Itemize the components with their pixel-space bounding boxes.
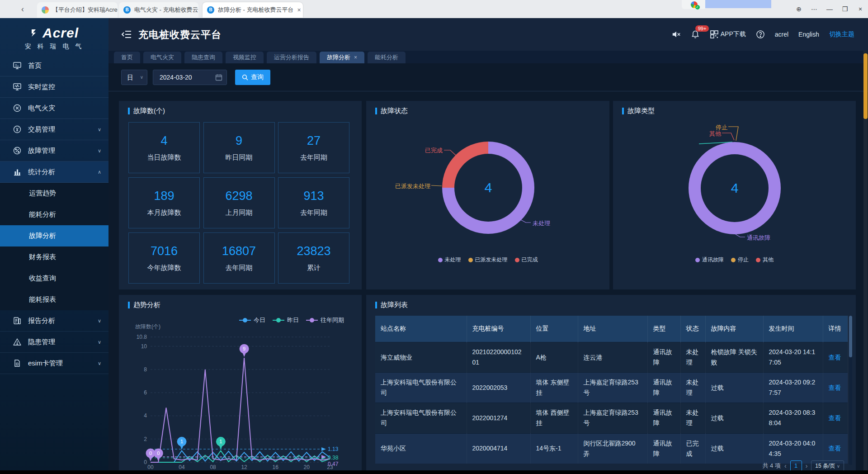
sidebar-item-5[interactable]: 统计分析∧ bbox=[0, 161, 108, 183]
mute-icon[interactable] bbox=[672, 30, 681, 39]
sidebar-collapse-icon[interactable] bbox=[121, 30, 132, 39]
page-tab-2[interactable]: 隐患查询 bbox=[184, 52, 222, 63]
help-icon[interactable] bbox=[756, 30, 765, 39]
legend-item[interactable]: 其他 bbox=[756, 256, 774, 264]
filter-bar: 日∨ 2024-03-20 查询 bbox=[108, 63, 868, 91]
page-title: 充电桩收费云平台 bbox=[138, 28, 222, 42]
logo-text: Acrel bbox=[0, 25, 108, 42]
minimize-icon[interactable]: — bbox=[822, 0, 837, 18]
sidebar-subitem-4[interactable]: 收益查询 bbox=[0, 268, 108, 289]
period-select[interactable]: 日∨ bbox=[121, 70, 147, 85]
svg-text:6: 6 bbox=[144, 389, 147, 396]
browser-tab-title: 故障分析 - 充电桩收费云平台 bbox=[218, 6, 294, 14]
legend-item[interactable]: 通讯故障 bbox=[695, 256, 724, 264]
table-cell: 查看 bbox=[823, 342, 848, 373]
page-scrollbar-thumb[interactable] bbox=[863, 53, 868, 119]
svg-text:9: 9 bbox=[243, 346, 245, 351]
table-cell: 上海嘉定育绿路253号 bbox=[578, 403, 647, 433]
browser-tab-title: 【平台介绍】安科瑞AcrelCloud-9 bbox=[52, 6, 118, 14]
language-toggle[interactable]: English bbox=[798, 31, 819, 38]
page-size-select[interactable]: 15 条/页 ∨ bbox=[811, 460, 844, 471]
page-tab-6[interactable]: 能耗分析 bbox=[368, 52, 406, 63]
app-download-button[interactable]: APP下载 bbox=[710, 30, 746, 39]
more-icon[interactable]: ⋯ bbox=[807, 0, 822, 18]
legend-item[interactable]: 停止 bbox=[731, 256, 749, 264]
table-cell: 2024-03-20 09:27:57 bbox=[763, 373, 823, 403]
site-favicon-icon: B bbox=[207, 6, 214, 14]
pagination-next[interactable]: › bbox=[806, 462, 808, 469]
page-tab-5[interactable]: 故障分析× bbox=[320, 52, 364, 63]
sidebar-item-0[interactable]: 首页 bbox=[0, 55, 108, 76]
chevron-up-icon: ∧ bbox=[98, 169, 101, 175]
page-tab-0[interactable]: 首页 bbox=[114, 52, 140, 63]
sidebar-item-1[interactable]: 实时监控 bbox=[0, 76, 108, 98]
view-link[interactable]: 查看 bbox=[829, 414, 841, 422]
close-icon[interactable]: × bbox=[853, 0, 868, 18]
sidebar-item-4[interactable]: 故障管理∨ bbox=[0, 140, 108, 161]
tab-close-icon[interactable]: × bbox=[354, 54, 357, 61]
sidebar-item-8[interactable]: esim卡管理∨ bbox=[0, 353, 108, 374]
theme-toggle[interactable]: 切换主题 bbox=[829, 30, 854, 38]
sidebar-item-3[interactable]: 交易管理∨ bbox=[0, 119, 108, 140]
sidebar-subitem-3[interactable]: 财务报表 bbox=[0, 246, 108, 268]
restore-icon[interactable]: ❒ bbox=[837, 0, 853, 18]
sidebar-item-2[interactable]: 电气火灾 bbox=[0, 98, 108, 119]
username[interactable]: acrel bbox=[775, 31, 788, 38]
panel-title: 趋势分析 bbox=[128, 301, 160, 309]
page-tab-4[interactable]: 运营分析报告 bbox=[267, 52, 316, 63]
chevron-down-icon: ∨ bbox=[98, 360, 101, 366]
fault-status-donut: 4 bbox=[442, 142, 534, 234]
chevron-down-icon: ∨ bbox=[98, 127, 101, 133]
notification-badge: 99+ bbox=[695, 25, 709, 32]
sidebar-item-6[interactable]: 报告分析∨ bbox=[0, 310, 108, 332]
logo-subtext: 安 科 瑞 电 气 bbox=[0, 43, 108, 51]
stat-label: 昨日同期 bbox=[226, 153, 253, 162]
legend-label: 停止 bbox=[738, 256, 749, 264]
legend-dot-icon bbox=[695, 258, 700, 262]
page-tab-3[interactable]: 视频监控 bbox=[226, 52, 264, 63]
browser-tab[interactable]: 【平台介绍】安科瑞AcrelCloud-9 bbox=[37, 2, 118, 18]
home-icon bbox=[13, 61, 22, 70]
sidebar-subitem-1[interactable]: 能耗分析 bbox=[0, 204, 108, 225]
pagination-prev[interactable]: ‹ bbox=[784, 462, 787, 469]
legend-item[interactable]: 已派发未处理 bbox=[468, 256, 508, 264]
table-cell: 闵行区北翟路2900弄 bbox=[578, 433, 647, 464]
sidebar-item-label: 实时监控 bbox=[28, 83, 55, 91]
view-link[interactable]: 查看 bbox=[829, 445, 841, 452]
view-link[interactable]: 查看 bbox=[829, 384, 841, 391]
query-button[interactable]: 查询 bbox=[235, 70, 270, 85]
stat-card: 9昨日同期 bbox=[203, 122, 275, 173]
sidebar-item-7[interactable]: 隐患管理∨ bbox=[0, 332, 108, 353]
bell-icon[interactable]: 99+ bbox=[691, 30, 700, 39]
view-link[interactable]: 查看 bbox=[829, 354, 841, 361]
pagination-total: 共 4 项 bbox=[763, 462, 781, 470]
date-input[interactable]: 2024-03-20 bbox=[153, 70, 227, 85]
tab-close-icon[interactable]: × bbox=[297, 6, 301, 14]
page-tab-1[interactable]: 电气火灾 bbox=[143, 52, 181, 63]
panel-fault-count: 故障数(个) 4当日故障数9昨日同期27去年同期189本月故障数6298上月同期… bbox=[119, 101, 362, 289]
pagination-page[interactable]: 1 bbox=[790, 460, 802, 471]
trade-icon bbox=[13, 125, 22, 134]
svg-text:10.8: 10.8 bbox=[137, 334, 147, 340]
stat-value: 16807 bbox=[222, 244, 256, 258]
simcard-icon bbox=[13, 359, 22, 368]
legend-item[interactable]: 已完成 bbox=[515, 256, 538, 264]
table-scrollbar-thumb[interactable] bbox=[849, 316, 852, 357]
browser-back-icon[interactable]: ‹ bbox=[17, 4, 28, 14]
globe-icon[interactable]: ⊕ bbox=[791, 0, 807, 18]
table-cell: 未处理 bbox=[680, 403, 705, 433]
table-cell: 通讯故障 bbox=[647, 342, 680, 373]
sidebar-subitem-0[interactable]: 运营趋势 bbox=[0, 183, 108, 204]
browser-extension-chip[interactable]: ✓ bbox=[682, 0, 706, 9]
browser-tab[interactable]: B故障分析 - 充电桩收费云平台× bbox=[203, 2, 303, 18]
stat-label: 今年故障数 bbox=[147, 264, 181, 272]
sidebar-subitem-5[interactable]: 能耗报表 bbox=[0, 289, 108, 310]
stat-label: 上月同期 bbox=[226, 209, 253, 217]
legend-item[interactable]: 未处理 bbox=[438, 256, 461, 264]
browser-tab[interactable]: B电气火灾 - 充电桩收费云平台 bbox=[119, 2, 198, 18]
svg-text:0: 0 bbox=[149, 450, 152, 456]
panel-trend: 趋势分析 故障数(个)024681010.8000408121620231.13… bbox=[119, 295, 362, 474]
sidebar-subitem-2[interactable]: 故障分析 bbox=[0, 225, 108, 246]
table-header-cell: 充电桩编号 bbox=[467, 316, 530, 342]
table-header-cell: 故障内容 bbox=[705, 316, 763, 342]
